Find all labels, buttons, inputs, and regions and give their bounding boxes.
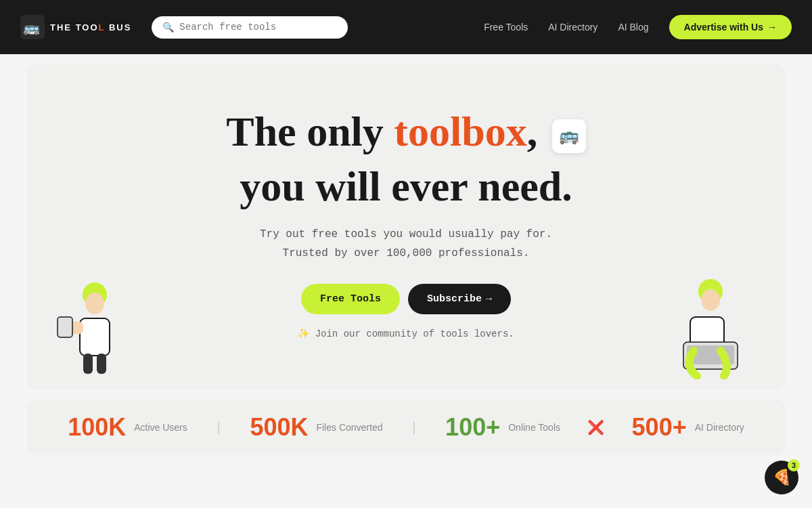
hero-subtitle-line2: Trusted by over 100,000 professionals. — [283, 247, 530, 259]
toolbox-badge-icon: 🚌 — [552, 119, 586, 153]
advertise-label: Advertise with Us — [684, 22, 763, 33]
svg-rect-6 — [58, 317, 72, 337]
logo-highlight: TOO — [76, 22, 99, 33]
logo-text: THE TOOL BUS — [50, 22, 131, 33]
hero-title-highlight: toolbox — [394, 108, 526, 154]
logo[interactable]: 🚌 THE TOOL BUS — [20, 15, 131, 39]
stat-ai-directory: 500+ AI Directory — [632, 413, 744, 442]
hero-section: The only toolbox, 🚌 you will ever need. … — [27, 64, 785, 389]
stat-active-users: 100K Active Users — [68, 413, 187, 442]
svg-point-10 — [701, 289, 720, 311]
svg-text:🚌: 🚌 — [23, 20, 41, 37]
nav-ai-directory[interactable]: AI Directory — [548, 22, 597, 33]
svg-point-3 — [85, 293, 104, 314]
hero-subtitle-line1: Try out free tools you would usually pay… — [260, 228, 552, 240]
chat-icon: 🍕 — [773, 469, 791, 487]
nav-free-tools[interactable]: Free Tools — [484, 22, 528, 33]
navbar: 🚌 THE TOOL BUS 🔍 Free Tools AI Directory… — [0, 0, 812, 54]
search-bar[interactable]: 🔍 — [152, 16, 348, 39]
logo-icon: 🚌 — [20, 15, 45, 39]
stat-active-users-label: Active Users — [134, 422, 187, 433]
hero-title-part1: The only — [226, 108, 394, 154]
logo-l: L — [99, 22, 106, 33]
stat-divider-1: | — [215, 420, 223, 436]
free-tools-button[interactable]: Free Tools — [301, 284, 400, 314]
subscribe-arrow: → — [486, 293, 492, 305]
svg-rect-8 — [97, 354, 106, 374]
advertise-arrow: → — [767, 22, 777, 33]
hero-wrapper: The only toolbox, 🚌 you will ever need. … — [0, 54, 812, 389]
hero-title-line2: you will ever need. — [226, 163, 585, 211]
stat-directory-label: AI Directory — [695, 422, 744, 433]
hero-subtitle: Try out free tools you would usually pay… — [226, 225, 585, 264]
stat-divider-2: | — [410, 420, 418, 436]
subscribe-label: Subscribe — [427, 293, 482, 305]
stat-tools-label: Online Tools — [508, 422, 560, 433]
stat-tools-number: 100+ — [445, 413, 500, 442]
stat-files-number: 500K — [250, 413, 308, 442]
community-text: ✨ Join our community of tools lovers. — [226, 328, 585, 339]
nav-links: Free Tools AI Directory AI Blog Advertis… — [484, 15, 792, 39]
hero-title: The only toolbox, 🚌 — [226, 108, 585, 156]
chat-bubble[interactable]: 🍕 3 — [765, 461, 798, 494]
person-right-illustration — [670, 278, 751, 383]
person-left-illustration — [54, 278, 135, 383]
stat-directory-number: 500+ — [632, 413, 687, 442]
hero-buttons: Free Tools Subscribe → — [226, 284, 585, 314]
chat-badge: 3 — [788, 459, 800, 471]
subscribe-button[interactable]: Subscribe → — [408, 284, 511, 314]
advertise-button[interactable]: Advertise with Us → — [669, 15, 792, 39]
svg-rect-7 — [83, 354, 93, 374]
stat-divider-3: ❌ — [587, 419, 604, 436]
search-icon: 🔍 — [162, 22, 174, 33]
stat-active-users-number: 100K — [68, 413, 126, 442]
hero-content: The only toolbox, 🚌 you will ever need. … — [226, 108, 585, 339]
stat-files-converted: 500K Files Converted — [250, 413, 382, 442]
svg-rect-4 — [80, 318, 110, 356]
nav-ai-blog[interactable]: AI Blog — [618, 22, 648, 33]
search-input[interactable] — [179, 22, 337, 33]
hero-title-part2: , — [527, 108, 548, 154]
stat-files-label: Files Converted — [316, 422, 382, 433]
stats-bar: 100K Active Users | 500K Files Converted… — [27, 400, 785, 455]
stat-online-tools: 100+ Online Tools — [445, 413, 560, 442]
